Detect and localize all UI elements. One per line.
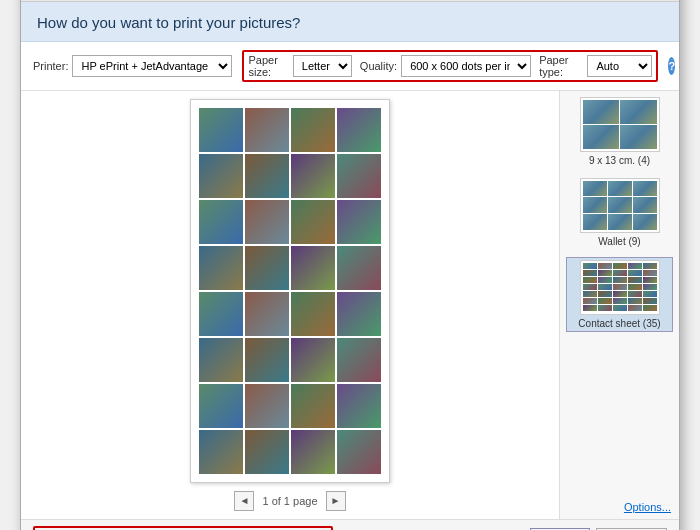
paper-type-select[interactable]: Auto bbox=[587, 55, 652, 77]
contact-cell-8 bbox=[628, 270, 642, 276]
thumb-7 bbox=[337, 154, 381, 198]
thumb-25 bbox=[245, 384, 289, 428]
main-content: ◄ 1 of 1 page ► 9 x 13 cm. (4) bbox=[21, 91, 679, 519]
layout-9x13[interactable]: 9 x 13 cm. (4) bbox=[566, 95, 673, 168]
contact-cell-26 bbox=[598, 298, 612, 304]
printer-label: Printer: bbox=[33, 60, 68, 72]
thumb-1 bbox=[245, 108, 289, 152]
thumb-23 bbox=[337, 338, 381, 382]
thumb-26 bbox=[291, 384, 335, 428]
paper-size-label: Paper size: bbox=[248, 54, 288, 78]
thumb-16 bbox=[199, 292, 243, 336]
printer-select[interactable]: HP ePrint + JetAdvantage bbox=[72, 55, 232, 77]
contact-cell-16 bbox=[598, 284, 612, 290]
quality-label: Quality: bbox=[360, 60, 397, 72]
thumb-18 bbox=[291, 292, 335, 336]
preview-area: ◄ 1 of 1 page ► bbox=[21, 91, 559, 519]
quality-group: Quality: 600 x 600 dots per inch bbox=[360, 55, 531, 77]
contact-cell-17 bbox=[613, 284, 627, 290]
thumb-20 bbox=[199, 338, 243, 382]
controls-row: Printer: HP ePrint + JetAdvantage Paper … bbox=[21, 42, 679, 91]
contact-cell-30 bbox=[583, 305, 597, 311]
contact-cell-18 bbox=[628, 284, 642, 290]
layout-contact[interactable]: Contact sheet (35) bbox=[566, 257, 673, 332]
contact-cell-20 bbox=[583, 291, 597, 297]
contact-cell-27 bbox=[613, 298, 627, 304]
highlighted-controls: Paper size: Letter Quality: 600 x 600 do… bbox=[242, 50, 658, 82]
thumb-31 bbox=[337, 430, 381, 474]
layout-thumb-contact bbox=[580, 260, 660, 315]
thumb-17 bbox=[245, 292, 289, 336]
contact-cell-24 bbox=[643, 291, 657, 297]
paper-preview bbox=[190, 99, 390, 483]
contact-cell-12 bbox=[613, 277, 627, 283]
contact-cell-1 bbox=[598, 263, 612, 269]
thumb-29 bbox=[245, 430, 289, 474]
quality-select[interactable]: 600 x 600 dots per inch bbox=[401, 55, 531, 77]
page-nav: ◄ 1 of 1 page ► bbox=[234, 491, 345, 511]
thumb-4 bbox=[199, 154, 243, 198]
contact-cell-11 bbox=[598, 277, 612, 283]
contact-cell-6 bbox=[598, 270, 612, 276]
thumb-9 bbox=[245, 200, 289, 244]
contact-cell-9 bbox=[643, 270, 657, 276]
contact-cell-7 bbox=[613, 270, 627, 276]
printer-group: Printer: HP ePrint + JetAdvantage bbox=[33, 55, 232, 77]
thumb-30 bbox=[291, 430, 335, 474]
layout-label-9x13: 9 x 13 cm. (4) bbox=[589, 155, 650, 166]
contact-cell-4 bbox=[643, 263, 657, 269]
contact-cell-19 bbox=[643, 284, 657, 290]
header-section: How do you want to print your pictures? bbox=[21, 2, 679, 42]
contact-cell-31 bbox=[598, 305, 612, 311]
layout-thumb-wallet bbox=[580, 178, 660, 233]
thumb-19 bbox=[337, 292, 381, 336]
contact-cell-15 bbox=[583, 284, 597, 290]
contact-cell-21 bbox=[598, 291, 612, 297]
contact-cell-29 bbox=[643, 298, 657, 304]
contact-cell-28 bbox=[628, 298, 642, 304]
copies-group: Copies of each picture: ▲ ▼ Fit picture … bbox=[33, 526, 333, 531]
thumb-12 bbox=[199, 246, 243, 290]
contact-cell-34 bbox=[643, 305, 657, 311]
contact-cell-23 bbox=[628, 291, 642, 297]
bottom-bar: Copies of each picture: ▲ ▼ Fit picture … bbox=[21, 519, 679, 531]
contact-cell-32 bbox=[613, 305, 627, 311]
contact-cell-2 bbox=[613, 263, 627, 269]
thumb-10 bbox=[291, 200, 335, 244]
thumb-24 bbox=[199, 384, 243, 428]
thumb-8 bbox=[199, 200, 243, 244]
layout-thumb-9x13 bbox=[580, 97, 660, 152]
layout-label-contact: Contact sheet (35) bbox=[578, 318, 660, 329]
print-dialog: 🖨 Print Pictures ✕ How do you want to pr… bbox=[20, 0, 680, 530]
contact-cell-14 bbox=[643, 277, 657, 283]
thumb-27 bbox=[337, 384, 381, 428]
contact-cell-3 bbox=[628, 263, 642, 269]
paper-type-group: Paper type: Auto bbox=[539, 54, 652, 78]
thumb-21 bbox=[245, 338, 289, 382]
paper-size-select[interactable]: Letter bbox=[293, 55, 352, 77]
contact-cell-10 bbox=[583, 277, 597, 283]
thumb-0 bbox=[199, 108, 243, 152]
contact-cell-13 bbox=[628, 277, 642, 283]
layout-wallet[interactable]: Wallet (9) bbox=[566, 176, 673, 249]
prev-page-button[interactable]: ◄ bbox=[234, 491, 254, 511]
thumb-2 bbox=[291, 108, 335, 152]
thumb-6 bbox=[291, 154, 335, 198]
thumb-3 bbox=[337, 108, 381, 152]
options-link[interactable]: Options... bbox=[622, 499, 673, 515]
next-page-button[interactable]: ► bbox=[326, 491, 346, 511]
thumb-22 bbox=[291, 338, 335, 382]
thumb-13 bbox=[245, 246, 289, 290]
thumb-5 bbox=[245, 154, 289, 198]
help-button[interactable]: ? bbox=[668, 57, 675, 75]
contact-cell-33 bbox=[628, 305, 642, 311]
contact-cell-25 bbox=[583, 298, 597, 304]
header-question: How do you want to print your pictures? bbox=[37, 14, 663, 31]
paper-size-group: Paper size: Letter bbox=[248, 54, 351, 78]
thumb-28 bbox=[199, 430, 243, 474]
thumb-15 bbox=[337, 246, 381, 290]
paper-type-label: Paper type: bbox=[539, 54, 583, 78]
page-info: 1 of 1 page bbox=[262, 495, 317, 507]
contact-cell-5 bbox=[583, 270, 597, 276]
contact-cell-0 bbox=[583, 263, 597, 269]
